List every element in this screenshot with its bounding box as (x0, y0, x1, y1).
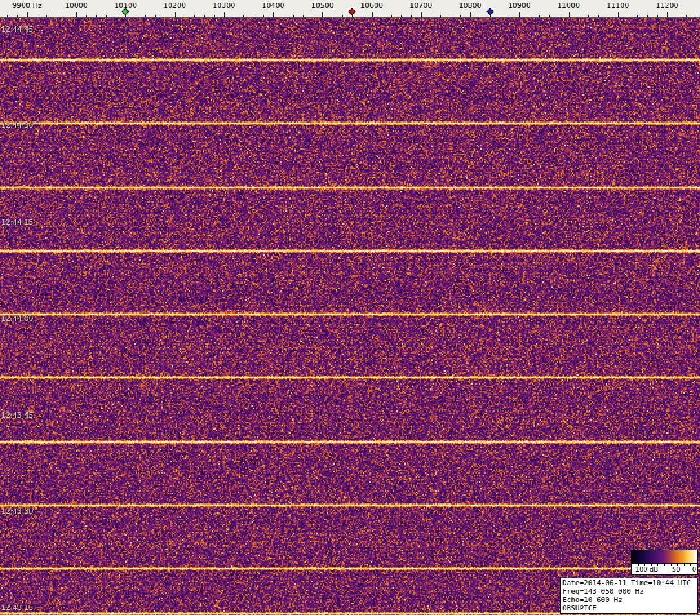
minor-tick (647, 15, 648, 17)
freq-tick-label: 10700 (409, 1, 432, 10)
marker-red-diamond[interactable] (348, 8, 355, 15)
major-tick (27, 12, 28, 17)
minor-tick (57, 15, 57, 17)
minor-tick (303, 15, 304, 17)
info-date-line: Date=2014-06-11 Time=10:44 UTC (562, 579, 695, 587)
minor-tick (145, 15, 146, 17)
minor-tick (628, 15, 628, 17)
major-tick (175, 12, 176, 17)
minor-tick (254, 15, 254, 17)
minor-tick (234, 15, 234, 17)
minor-tick (243, 15, 244, 17)
minor-tick (440, 15, 441, 17)
major-tick (421, 12, 422, 17)
minor-tick (677, 15, 677, 17)
minor-tick (530, 15, 530, 17)
minor-tick (588, 15, 589, 17)
minor-tick (116, 15, 116, 17)
minor-tick (539, 15, 540, 17)
time-label: 12:44:15 (1, 218, 33, 227)
minor-tick (17, 15, 18, 17)
major-tick (519, 12, 520, 17)
minor-tick (194, 15, 195, 17)
legend-mid-label: -50 (670, 566, 680, 574)
legend-min-label: -100 dB (633, 566, 658, 574)
freq-tick-label: 10200 (163, 1, 186, 10)
major-tick (667, 12, 668, 17)
freq-tick-label: 9900 Hz (12, 1, 42, 10)
minor-tick (637, 15, 638, 17)
minor-tick (204, 15, 205, 17)
freq-tick-label: 10000 (65, 1, 88, 10)
minor-tick (293, 15, 294, 17)
waterfall-display[interactable]: 12:44:4512:44:3012:44:1512:44:0012:43:45… (0, 18, 700, 615)
minor-tick (136, 15, 136, 17)
major-tick (470, 12, 471, 17)
minor-tick (96, 15, 97, 17)
minor-tick (37, 15, 37, 17)
major-tick (76, 12, 77, 17)
freq-tick-label: 10600 (360, 1, 383, 10)
minor-tick (480, 15, 480, 17)
minor-tick (362, 15, 362, 17)
minor-tick (657, 15, 658, 17)
info-station-line: OBSUPICE (562, 604, 695, 612)
frequency-ruler[interactable]: 9900 Hz100001010010200103001040010500106… (0, 0, 700, 18)
spectrogram-window: 9900 Hz100001010010200103001040010500106… (0, 0, 700, 615)
time-label: 12:44:30 (1, 121, 33, 130)
minor-tick (67, 15, 67, 17)
freq-tick-label: 10400 (262, 1, 285, 10)
minor-tick (382, 15, 382, 17)
info-freq-line: Freq=143 050 000 Hz (562, 587, 695, 596)
major-tick (273, 12, 274, 17)
minor-tick (549, 15, 550, 17)
minor-tick (342, 15, 343, 17)
time-label: 12:43:15 (1, 603, 33, 612)
minor-tick (106, 15, 107, 17)
minor-tick (608, 15, 608, 17)
minor-tick (686, 15, 687, 17)
minor-tick (7, 15, 8, 17)
marker-blue-diamond[interactable] (486, 8, 493, 15)
minor-tick (165, 15, 165, 17)
freq-tick-label: 10300 (212, 1, 235, 10)
minor-tick (460, 15, 461, 17)
freq-tick-label: 10800 (459, 1, 482, 10)
freq-tick-label: 11100 (606, 1, 629, 10)
major-tick (618, 12, 619, 17)
minor-tick (46, 15, 47, 17)
minor-tick (510, 15, 510, 17)
minor-tick (391, 15, 392, 17)
minor-tick (451, 15, 451, 17)
minor-tick (333, 15, 333, 17)
minor-tick (500, 15, 500, 17)
minor-tick (431, 15, 431, 17)
minor-tick (214, 15, 215, 17)
minor-tick (401, 15, 402, 17)
waterfall-canvas[interactable] (0, 18, 700, 615)
major-tick (224, 12, 225, 17)
minor-tick (185, 15, 185, 17)
minor-tick (313, 15, 313, 17)
minor-tick (352, 15, 353, 17)
time-label: 12:43:45 (1, 411, 33, 419)
time-label: 12:43:30 (1, 507, 33, 516)
time-label: 12:44:45 (1, 25, 33, 34)
color-scale-legend: -100 dB -50 0 (631, 550, 698, 575)
minor-tick (155, 15, 156, 17)
info-echo-line: Echo=10 600 Hz (562, 596, 695, 604)
minor-tick (86, 15, 87, 17)
minor-tick (283, 15, 283, 17)
minor-tick (598, 15, 599, 17)
minor-tick (263, 15, 264, 17)
major-tick (372, 12, 373, 17)
minor-tick (559, 15, 559, 17)
legend-max-label: 0 (692, 566, 696, 574)
minor-tick (697, 15, 697, 17)
color-scale-gradient[interactable] (632, 550, 697, 564)
major-tick (569, 12, 570, 17)
freq-tick-label: 11200 (655, 1, 678, 10)
minor-tick (579, 15, 579, 17)
freq-tick-label: 11000 (557, 1, 580, 10)
freq-tick-label: 10500 (311, 1, 334, 10)
